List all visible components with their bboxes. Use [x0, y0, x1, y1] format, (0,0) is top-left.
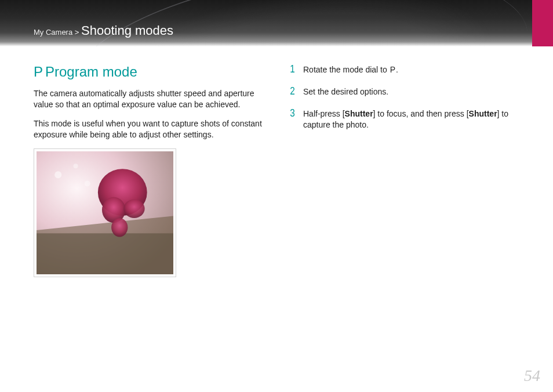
page-title: PProgram mode	[34, 64, 264, 80]
svg-point-5	[123, 199, 144, 217]
shutter-key-2: Shutter	[469, 109, 497, 118]
breadcrumb-category: My Camera	[34, 28, 72, 37]
content-columns: PProgram mode The camera automatically a…	[0, 46, 553, 277]
breadcrumb-section: Shooting modes	[81, 23, 173, 38]
page-header: My Camera > Shooting modes	[0, 0, 553, 46]
mode-p-icon: P	[34, 64, 43, 80]
left-column: PProgram mode The camera automatically a…	[34, 64, 264, 277]
mode-p-inline-icon: P	[390, 64, 396, 75]
step-number: 2	[290, 86, 299, 96]
step-text: Set the desired options.	[303, 86, 519, 97]
paragraph-2: This mode is useful when you want to cap…	[34, 118, 264, 140]
side-tab	[532, 0, 553, 46]
page-number: 54	[524, 366, 540, 385]
steps-list: 1 Rotate the mode dial to P. 2 Set the d…	[289, 64, 519, 130]
svg-point-6	[111, 218, 128, 237]
step-1: 1 Rotate the mode dial to P.	[289, 64, 519, 75]
step-text: Half-press [Shutter] to focus, and then …	[303, 108, 519, 130]
step-2: 2 Set the desired options.	[289, 86, 519, 97]
svg-point-8	[73, 164, 78, 168]
step-number: 1	[290, 64, 299, 74]
step-text: Rotate the mode dial to P.	[303, 64, 519, 75]
breadcrumb-sep: >	[72, 28, 81, 37]
paragraph-1: The camera automatically adjusts shutter…	[34, 88, 264, 110]
right-column: 1 Rotate the mode dial to P. 2 Set the d…	[289, 64, 519, 277]
step-3: 3 Half-press [Shutter] to focus, and the…	[289, 108, 519, 130]
svg-point-7	[54, 171, 61, 178]
step-number: 3	[290, 108, 299, 118]
sample-photo	[37, 151, 173, 274]
shutter-key-1: Shutter	[345, 109, 373, 118]
svg-point-9	[85, 180, 90, 186]
title-text: Program mode	[45, 64, 137, 79]
sample-photo-frame	[34, 148, 176, 277]
breadcrumb: My Camera > Shooting modes	[34, 23, 173, 38]
